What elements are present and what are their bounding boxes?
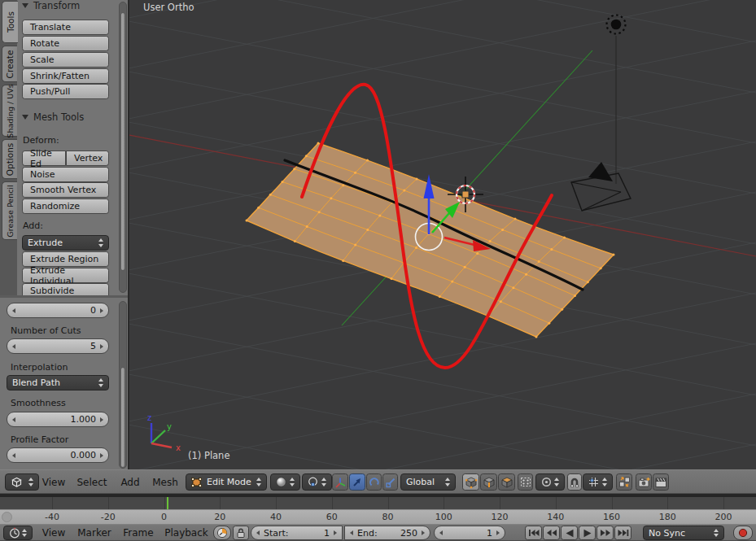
editor-type-button[interactable] xyxy=(5,473,39,491)
shrink-fatten-button[interactable]: Shrink/Fatten xyxy=(22,68,109,84)
smooth-vertex-button[interactable]: Smooth Vertex xyxy=(22,182,109,198)
smoothness-label: Smoothness xyxy=(11,398,66,408)
record-button[interactable] xyxy=(733,526,753,540)
translate-button[interactable]: Translate xyxy=(22,20,109,35)
profile-factor-slider[interactable]: 0.000 xyxy=(7,447,109,463)
number-of-cuts-label: Number of Cuts xyxy=(11,325,81,336)
gizmo-x-label: x xyxy=(176,443,181,452)
manipulator-rotate-toggle[interactable] xyxy=(366,473,382,491)
jump-to-end-button[interactable] xyxy=(614,526,631,540)
snap-toggle-button[interactable] xyxy=(567,473,582,491)
tab-tools[interactable]: Tools xyxy=(2,1,18,43)
menu-add[interactable]: Add xyxy=(117,473,143,491)
vertex-slide-button[interactable]: Vertex xyxy=(66,151,109,166)
rotate-button[interactable]: Rotate xyxy=(22,36,109,51)
noise-button[interactable]: Noise xyxy=(22,167,109,182)
timeline-scrollbar-cap[interactable] xyxy=(2,512,12,522)
timeline-header: View Marker Frame Playback Start: 1 End:… xyxy=(0,524,756,541)
snap-peel-button[interactable] xyxy=(616,473,632,491)
limit-visible-icon xyxy=(520,477,531,487)
pivot-point-dropdown[interactable] xyxy=(302,473,332,491)
sync-mode-dropdown[interactable]: No Sync xyxy=(643,526,724,540)
frame-gridline xyxy=(332,497,333,509)
updown-arrows-icon xyxy=(256,478,261,486)
timeline-editor-type-button[interactable] xyxy=(3,526,33,540)
operator-panel-scrollbar[interactable] xyxy=(119,301,127,469)
extrude-individual-button[interactable]: Extrude Individual xyxy=(22,268,109,283)
clapperboard-icon xyxy=(655,477,667,488)
frame-start-field[interactable]: Start: 1 xyxy=(251,526,343,540)
proportional-edit-dropdown[interactable] xyxy=(535,473,565,491)
manipulator-scale-toggle[interactable] xyxy=(382,473,398,491)
occlude-geometry-button[interactable] xyxy=(518,473,533,491)
tab-grease-pencil[interactable]: Grease Pencil xyxy=(2,181,17,240)
edit-mode-icon xyxy=(191,477,202,487)
slider-right-arrow-icon[interactable] xyxy=(100,308,103,313)
timeline-menu-marker[interactable]: Marker xyxy=(76,526,113,540)
number-of-cuts-slider[interactable]: 5 xyxy=(7,338,109,354)
mesh-plane-object[interactable] xyxy=(246,142,615,338)
frame-gridline xyxy=(612,497,613,509)
camera-render-icon xyxy=(638,477,650,488)
mode-dropdown[interactable]: Edit Mode xyxy=(186,473,267,491)
menu-view[interactable]: View xyxy=(41,473,67,491)
viewport-3d[interactable]: z y x User Ortho (1) Plane xyxy=(129,0,756,469)
updown-arrows-icon xyxy=(602,478,607,486)
ruler-tick-label: 180 xyxy=(659,512,676,522)
axes-icon xyxy=(334,477,346,488)
opengl-render-anim-button[interactable] xyxy=(653,473,669,491)
randomize-button[interactable]: Randomize xyxy=(22,199,109,214)
panel-header-transform[interactable]: Transform xyxy=(22,0,80,11)
extrude-dropdown[interactable]: Extrude xyxy=(22,235,109,251)
push-pull-button[interactable]: Push/Pull xyxy=(22,84,109,99)
play-reverse-button[interactable] xyxy=(561,526,578,540)
orientation-dropdown[interactable]: Global xyxy=(400,473,456,491)
fast-forward-icon xyxy=(600,529,611,537)
current-frame-field[interactable]: 1 xyxy=(434,526,505,540)
timeline-strip[interactable] xyxy=(0,497,756,509)
subdivide-button[interactable]: Subdivide xyxy=(22,283,109,295)
panel-header-mesh-tools[interactable]: Mesh Tools xyxy=(22,111,84,123)
ruler-tick-label: 60 xyxy=(326,512,338,522)
timeline-ruler[interactable]: -40-20020406080100120140160180200 xyxy=(0,509,756,524)
interpolation-dropdown[interactable]: Blend Path xyxy=(7,375,109,390)
playback-sync-button[interactable] xyxy=(213,526,231,540)
current-frame-line[interactable] xyxy=(167,497,168,509)
top-slider[interactable]: 0 xyxy=(7,303,109,318)
updown-arrows-icon xyxy=(714,529,719,538)
timeline-menu-view[interactable]: View xyxy=(41,526,67,540)
slider-left-arrow-icon[interactable] xyxy=(12,308,15,313)
region-divider[interactable] xyxy=(128,0,129,469)
tab-create[interactable]: Create xyxy=(2,46,17,82)
add-label: Add: xyxy=(23,220,43,231)
lock-frame-button[interactable] xyxy=(233,526,249,540)
menu-select[interactable]: Select xyxy=(76,473,108,491)
viewport-header: View Select Add Mesh Edit Mode xyxy=(0,469,756,494)
manipulator-translate-toggle[interactable] xyxy=(349,473,365,491)
manipulator-axes-toggle[interactable] xyxy=(332,473,348,491)
operator-redo-panel: 0 Number of Cuts 5 Interpolation Blend P… xyxy=(0,295,129,469)
viewport-shading-dropdown[interactable] xyxy=(270,473,300,491)
tab-options[interactable]: Options xyxy=(2,139,17,179)
next-keyframe-button[interactable] xyxy=(596,526,614,540)
snap-element-dropdown[interactable] xyxy=(583,473,613,491)
face-select-mode-button[interactable] xyxy=(498,473,515,491)
opengl-render-still-button[interactable] xyxy=(636,473,652,491)
menu-mesh[interactable]: Mesh xyxy=(150,473,181,491)
tool-shelf-scrollbar[interactable] xyxy=(119,2,127,293)
prev-keyframe-button[interactable] xyxy=(543,526,560,540)
smoothness-slider[interactable]: 1.000 xyxy=(7,412,109,427)
scale-button[interactable]: Scale xyxy=(22,52,109,68)
3d-view-editor-icon xyxy=(11,476,23,488)
tab-shading-uvs[interactable]: Shading / UVs xyxy=(2,85,17,137)
jump-to-start-button[interactable] xyxy=(525,526,542,540)
tool-shelf-tabs: Tools Create Shading / UVs Options Greas… xyxy=(0,0,17,295)
frame-end-field[interactable]: End: 250 xyxy=(344,526,430,540)
timeline-menu-playback[interactable]: Playback xyxy=(164,526,208,540)
updown-arrows-icon xyxy=(98,378,103,387)
edge-select-mode-button[interactable] xyxy=(480,473,497,491)
play-button[interactable] xyxy=(579,526,596,540)
slide-edge-button[interactable]: Slide Ed xyxy=(22,151,66,166)
vertex-select-mode-button[interactable] xyxy=(462,473,479,491)
timeline-menu-frame[interactable]: Frame xyxy=(122,526,155,540)
